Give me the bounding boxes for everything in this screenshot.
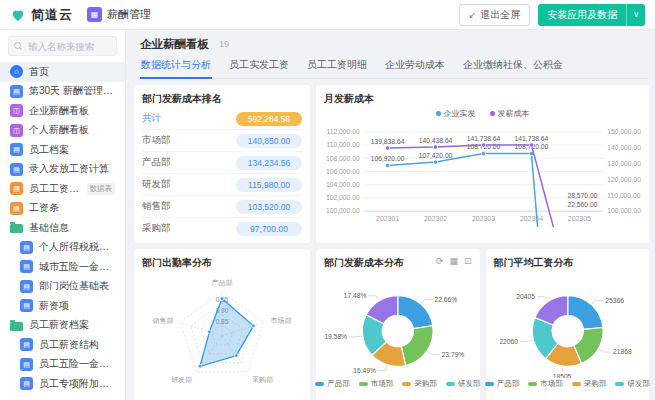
sidebar-item-label: 录入发放工资计算 (29, 162, 109, 176)
table-row: 市场部140,850.00 (142, 130, 302, 152)
pie-slice (401, 326, 433, 366)
pie-avg-legend: 产品部市场部采购部研发部 (494, 379, 642, 389)
sidebar-search[interactable] (8, 36, 117, 56)
sidebar-item-label: 个人薪酬看板 (29, 123, 89, 137)
tab[interactable]: 数据统计与分析 (140, 54, 212, 79)
rank-rows: 共计592,284.56市场部140,850.00产品部134,234.56研发… (142, 108, 302, 239)
sidebar-item[interactable]: ▤员工薪资结构 (0, 335, 125, 355)
rank-card: 部门发薪成本排名 共计592,284.56市场部140,850.00产品部134… (134, 85, 310, 243)
app-window: 简道云 ▦ 薪酬管理 ↙ 退出全屏 安装应用及数据 ∨ ⌂首页▤第30天 薪酬管… (0, 0, 655, 400)
legend-item[interactable]: 研发部 (615, 379, 650, 389)
sidebar-item[interactable]: ▤工资条 (0, 199, 125, 219)
chart-label: 产品部 (212, 279, 233, 287)
sidebar-item-label: 城市五险一金缴纳比例 (39, 260, 115, 274)
chart-label: 108,000.00 (326, 155, 360, 162)
table-row: 研发部115,980.00 (142, 174, 302, 196)
chart-label: 110,000.00 (607, 192, 640, 199)
data-point (433, 145, 437, 149)
row-label: 产品部 (142, 156, 171, 169)
chart-label: 202301 (376, 215, 399, 222)
chart-label: 25366 (605, 297, 624, 304)
sidebar-item-label: 员工专项附加扣除 (39, 377, 115, 391)
table-row: 共计592,284.56 (142, 108, 302, 130)
legend-item[interactable]: 采购部 (572, 379, 607, 389)
chevron-down-icon[interactable]: ∨ (626, 4, 645, 26)
data-point (433, 160, 437, 164)
sidebar-item[interactable]: ▤录入发放工资计算 (0, 160, 125, 180)
line-legend: 企业实发发薪成本 (324, 107, 641, 119)
table-row: 采购部97,700.00 (142, 218, 302, 239)
chart-label: 市场部 (271, 316, 292, 325)
tab[interactable]: 企业缴纳社保、公积金 (462, 54, 564, 78)
sidebar-item[interactable]: ▤城市五险一金缴纳比例 (0, 257, 125, 277)
sidebar-item[interactable]: ◫企业薪酬看板 (0, 101, 125, 121)
legend-item[interactable]: 企业实发 (436, 108, 476, 119)
radar-card: 部门出勤率分布 0.950.900.85产品部市场部采购部研发部销售部 (134, 249, 310, 400)
chart-label: 139,838.64 (371, 138, 405, 145)
legend-item[interactable]: 产品部 (315, 379, 350, 389)
sidebar-item[interactable]: ▤员工专项附加扣除 (0, 374, 125, 394)
sidebar-item-label: 个人所得税税率表 (39, 240, 115, 254)
line-card-title: 月发薪成本 (324, 92, 641, 106)
sidebar-item[interactable]: 基础信息 (0, 218, 125, 238)
chart-label: 107,420.00 (419, 152, 453, 159)
legend-label: 采购部 (584, 379, 607, 389)
search-icon (14, 42, 22, 50)
workspace-chip[interactable]: ▦ 薪酬管理 (87, 7, 151, 22)
label-line (368, 296, 378, 300)
tab[interactable]: 员工工资明细 (306, 54, 368, 78)
install-app-button[interactable]: 安装应用及数据 ∨ (538, 4, 645, 26)
sidebar-item[interactable]: 员工薪资档案 (0, 316, 125, 336)
sidebar-item[interactable]: ▤薪资项 (0, 296, 125, 316)
sidebar-item[interactable]: ◫个人薪酬看板 (0, 121, 125, 141)
status-badge: 数据表 (87, 183, 116, 195)
legend-item[interactable]: 发薪成本 (490, 108, 530, 119)
tab[interactable]: 员工实发工资 (228, 54, 290, 78)
doc-icon: ▤ (20, 358, 33, 371)
legend-item[interactable]: 研发部 (446, 379, 481, 389)
table-view-icon[interactable]: ▦ (449, 256, 458, 266)
legend-item[interactable]: 市场部 (359, 379, 394, 389)
search-input[interactable] (26, 40, 111, 53)
sidebar-item[interactable]: ▤员工五险一金缴纳基数 (0, 355, 125, 375)
row-value-badge: 103,520.00 (236, 200, 302, 214)
doc-icon: ▤ (10, 85, 23, 98)
sidebar-list: ⌂首页▤第30天 薪酬管理【必看说明】◫企业薪酬看板◫个人薪酬看板▤员工档案▤录… (0, 62, 125, 394)
legend-item[interactable]: 市场部 (528, 379, 563, 389)
row-value-badge: 115,980.00 (236, 178, 302, 192)
logo[interactable]: 简道云 (10, 6, 73, 24)
label-line (349, 336, 362, 337)
main-content: 企业薪酬看板 19 数据统计与分析员工实发工资员工工资明细企业劳动成本企业缴纳社… (126, 30, 655, 400)
label-line (428, 352, 440, 355)
sidebar-item[interactable]: ▤第30天 薪酬管理【必看说明】 (0, 82, 125, 102)
refresh-icon[interactable]: ⟳ (436, 256, 444, 266)
legend-label: 研发部 (458, 379, 481, 389)
legend-marker (572, 382, 581, 386)
sidebar-item[interactable]: ▤个人所得税税率表 (0, 238, 125, 258)
expand-icon[interactable]: ⊡ (464, 256, 472, 266)
topbar-actions: ↙ 退出全屏 安装应用及数据 ∨ (459, 4, 645, 26)
pie-cost-svg: 22.66%23.79%16.49%19.58%17.48% (324, 270, 472, 378)
tab[interactable]: 企业劳动成本 (384, 54, 446, 78)
sidebar-item-label: 员工档案 (29, 143, 69, 157)
data-point (529, 143, 533, 147)
doc-icon: ▤ (10, 182, 23, 195)
home-icon: ⌂ (10, 65, 23, 78)
radar-card-title: 部门出勤率分布 (142, 256, 302, 270)
legend-item[interactable]: 产品部 (485, 379, 520, 389)
legend-marker (359, 382, 368, 386)
chart-label: 19.58% (324, 333, 347, 340)
sidebar-item[interactable]: ▤员工工资明细数据表 (0, 179, 125, 199)
doc-icon: ▤ (10, 143, 23, 156)
legend-item[interactable]: 采购部 (402, 379, 437, 389)
label-line (422, 300, 433, 304)
sidebar-item[interactable]: ▤部门岗位基础表 (0, 277, 125, 297)
data-point (220, 297, 224, 301)
chart-label: 100,000.00 (326, 207, 360, 214)
pie-slice (398, 296, 433, 329)
sidebar-item[interactable]: ⌂首页 (0, 62, 125, 82)
sidebar-item[interactable]: ▤员工档案 (0, 140, 125, 160)
exit-fullscreen-button[interactable]: ↙ 退出全屏 (459, 4, 531, 26)
legend-label: 产品部 (327, 379, 350, 389)
legend-label: 研发部 (627, 379, 650, 389)
